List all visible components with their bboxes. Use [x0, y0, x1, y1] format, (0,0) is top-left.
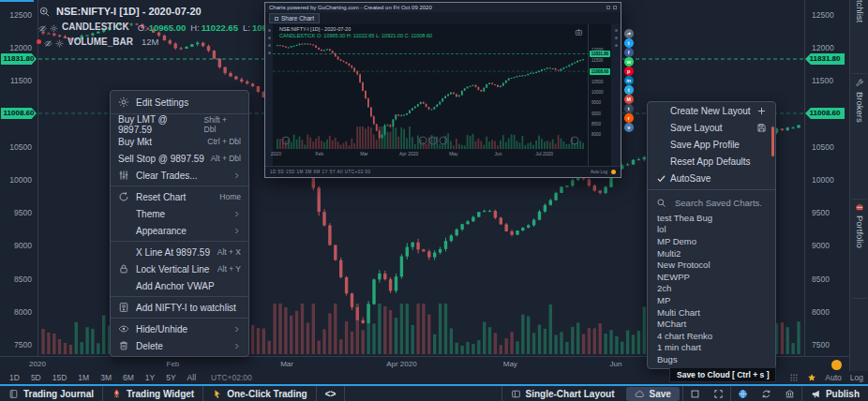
- toolbar-sync-button[interactable]: [755, 386, 778, 401]
- saved-chart-item[interactable]: Multi2: [648, 247, 775, 260]
- menu-item-x-line-at[interactable]: X Line At 9897.59Alt + X: [111, 244, 248, 260]
- saved-chart-item[interactable]: Multi Chart: [648, 306, 775, 319]
- toolbar-button-label: Single-Chart Layout: [526, 389, 615, 399]
- menu-item-label: Add Anchor VWAP: [136, 281, 215, 291]
- go-to-realtime-button[interactable]: [831, 360, 842, 370]
- hide-volume-icon[interactable]: [44, 37, 52, 46]
- auto-scale-label[interactable]: Auto: [825, 373, 842, 382]
- share-tumblr-button[interactable]: t: [624, 104, 634, 113]
- toolbar-publish-button[interactable]: Publish: [802, 386, 868, 401]
- hide-study-icon[interactable]: [38, 22, 47, 31]
- menu-item-appearance[interactable]: Appearance: [111, 222, 248, 239]
- toolbar-save-button[interactable]: Save: [626, 387, 680, 401]
- popup-maximize-icon[interactable]: [606, 6, 610, 9]
- grid-settings-icon[interactable]: [789, 373, 799, 382]
- menu-item-label: Save App Profile: [670, 140, 740, 150]
- share-linkedin-button[interactable]: in: [624, 76, 634, 85]
- zoom-in-icon[interactable]: [38, 6, 51, 18]
- toolbar-frame-button[interactable]: [683, 386, 707, 401]
- saved-chart-item[interactable]: MP Demo: [648, 235, 775, 247]
- share-share-button[interactable]: [624, 29, 634, 38]
- sidebar-tab-watchlist[interactable]: Watchlist: [850, 0, 868, 22]
- camera-icon[interactable]: [575, 28, 583, 37]
- menu-scrollbar-thumb[interactable]: [771, 126, 774, 156]
- toolbar-single-chart-layout-button[interactable]: Single-Chart Layout: [502, 386, 623, 401]
- saved-chart-item[interactable]: 2ch: [648, 283, 775, 295]
- menu-item-label: Hide/Unhide: [136, 324, 187, 334]
- price-tick: 12500: [0, 10, 32, 20]
- menu-item-save-app-profile[interactable]: Save App Profile: [648, 136, 775, 153]
- menu-item-sell-stop[interactable]: Sell Stop @ 9897.59Alt + Dbl: [111, 150, 248, 167]
- share-telegram-button[interactable]: t: [624, 85, 634, 95]
- menu-item-autosave[interactable]: AutoSave: [648, 170, 775, 186]
- volume-settings-icon[interactable]: [55, 37, 64, 46]
- timeframe-15d[interactable]: 15D: [52, 373, 67, 382]
- saved-chart-item[interactable]: lol: [648, 224, 775, 236]
- time-tick: Feb: [167, 360, 180, 368]
- share-whatsapp-button[interactable]: w: [624, 57, 634, 67]
- menu-item-buy-lmt[interactable]: Buy LMT @ 9897.59Shift + Dbl: [111, 116, 248, 133]
- toolbar-code-toggle-button[interactable]: <>: [317, 386, 346, 401]
- timeframe-1m[interactable]: 1M: [78, 373, 89, 382]
- share-vk-button[interactable]: v: [624, 123, 634, 132]
- sidebar-tab-brokers[interactable]: Brokers: [850, 79, 868, 123]
- toolbar-one-click-trading-button[interactable]: One-Click Trading: [203, 386, 317, 401]
- saved-chart-item[interactable]: test Thea Bug: [648, 212, 775, 224]
- menu-item-clear-trades[interactable]: Clear Trades...: [111, 167, 248, 184]
- saved-chart-item[interactable]: MChart: [648, 318, 775, 330]
- saved-chart-item[interactable]: New Protocol: [648, 259, 775, 271]
- timeframe-6m[interactable]: 6M: [123, 373, 134, 382]
- timeframe-1d[interactable]: 1D: [9, 373, 20, 382]
- menu-item-theme[interactable]: Theme: [111, 205, 248, 222]
- saved-chart-item[interactable]: NEWPP: [648, 271, 775, 283]
- saved-chart-item[interactable]: 4 chart Renko: [648, 330, 775, 342]
- menu-item-create-new-layout[interactable]: Create New Layout: [648, 102, 775, 119]
- menu-item-save-layout[interactable]: Save Layout: [648, 119, 775, 136]
- menu-item-reset-app-defaults[interactable]: Reset App Defaults: [648, 153, 775, 170]
- toolbar-fullscreen-button[interactable]: [707, 386, 730, 401]
- timeframe-3m[interactable]: 3M: [100, 373, 112, 382]
- share-twitter-button[interactable]: t: [624, 38, 634, 48]
- popup-time-tick: Apr 2020: [399, 151, 418, 156]
- saved-chart-item[interactable]: MP: [648, 294, 775, 306]
- log-scale-label[interactable]: Log: [850, 373, 863, 382]
- menu-item-reset-chart[interactable]: Reset ChartHome: [111, 188, 248, 205]
- share-facebook-button[interactable]: f: [624, 48, 634, 57]
- share-gmail-button[interactable]: M: [624, 95, 634, 104]
- saved-chart-item[interactable]: Bugs: [648, 353, 775, 365]
- menu-item-edit-settings[interactable]: Edit Settings: [111, 93, 248, 111]
- timeframe-all[interactable]: All: [187, 373, 196, 382]
- menu-item-add-anchor-vwap[interactable]: Add Anchor VWAP: [111, 277, 248, 294]
- toolbar-exchange-button[interactable]: [778, 386, 801, 401]
- popup-time-tick: May: [449, 151, 457, 156]
- menu-item-lock-vertical-line[interactable]: Lock Vertical LineAlt + Y: [111, 260, 248, 277]
- study-settings-icon[interactable]: [50, 22, 58, 31]
- popup-close-icon[interactable]: [613, 6, 617, 9]
- popup-share-chart-tab[interactable]: Share Chart: [269, 13, 320, 23]
- timezone-label[interactable]: UTC+02:00: [211, 373, 252, 382]
- price-tick: 10500: [0, 142, 32, 152]
- menu-item-delete[interactable]: Delete: [111, 337, 248, 354]
- favorite-icon[interactable]: [807, 373, 816, 382]
- share-pinterest-button[interactable]: p: [624, 67, 634, 76]
- share-reddit-button[interactable]: r: [624, 113, 634, 123]
- bank-icon: [785, 389, 795, 399]
- toolbar-globe-button[interactable]: [731, 386, 755, 401]
- wrench-icon: [855, 79, 864, 88]
- symbol-title: NSE:NIFTY-I [1D] - 2020-07-20: [56, 6, 202, 17]
- search-input[interactable]: [673, 197, 767, 209]
- timeframe-1y[interactable]: 1Y: [145, 373, 155, 382]
- menu-item-hide-unhide[interactable]: Hide/Unhide: [111, 320, 248, 337]
- timeframe-5d[interactable]: 5D: [31, 373, 41, 382]
- saved-chart-item[interactable]: 1 min chart: [648, 342, 775, 354]
- menu-item-add-to-watchlist[interactable]: Add NIFTY-I to watchlist: [111, 299, 248, 316]
- price-tick: 10500: [812, 142, 834, 152]
- sidebar-tab-portfolio[interactable]: Portfolio: [850, 202, 868, 248]
- toolbar-trading-journal-button[interactable]: Trading Journal: [0, 386, 103, 401]
- menu-item-label: Theme: [136, 209, 165, 219]
- time-tick: Apr 2020: [386, 360, 416, 368]
- timeframe-5y[interactable]: 5Y: [166, 373, 175, 382]
- menu-item-buy-mkt[interactable]: Buy MktCtrl + Dbl: [111, 133, 248, 150]
- toolbar-trading-widget-button[interactable]: Trading Widget: [103, 386, 203, 401]
- popup-timeframes: 1D 5D 15D 1M 3M 6M 1Y 5Y All UTC+02:00: [270, 170, 371, 174]
